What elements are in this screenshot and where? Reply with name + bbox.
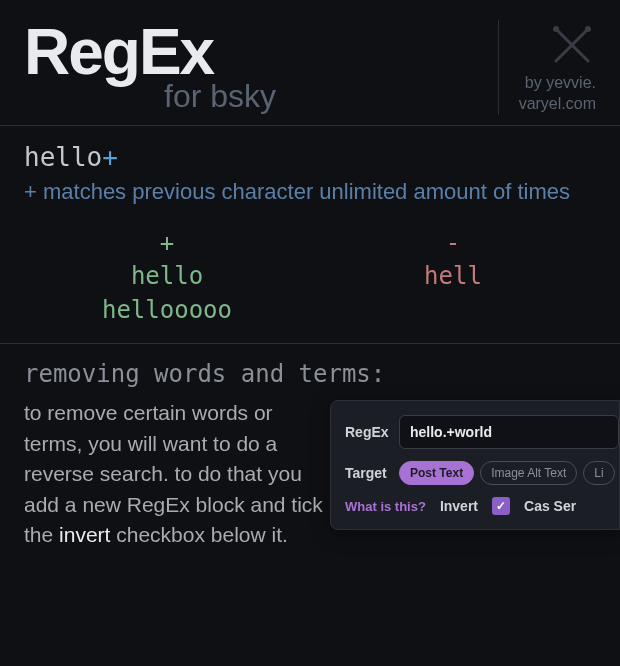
positive-header: +: [24, 227, 310, 261]
target-chips: Post Text Image Alt Text Li: [399, 461, 615, 485]
chip-link[interactable]: Li: [583, 461, 614, 485]
target-label: Target: [345, 465, 389, 481]
positive-example: hello: [24, 260, 310, 294]
explain-symbol: +: [24, 179, 37, 204]
pattern-base: hello: [24, 142, 102, 172]
positive-example: hellooooo: [24, 294, 310, 328]
regex-explanation: + matches previous character unlimited a…: [24, 178, 596, 207]
invert-label: Invert: [440, 498, 478, 514]
panel-bottom-row: What is this? Invert ✓ Cas Ser: [345, 497, 619, 515]
svg-point-2: [553, 26, 559, 32]
regex-pattern: hello+: [24, 142, 596, 172]
negative-header: -: [310, 227, 596, 261]
title-block: RegEx for bsky: [24, 20, 276, 115]
byline-site: varyel.com: [519, 94, 596, 115]
negative-example: hell: [310, 260, 596, 294]
body-part-2: checkbox below it.: [110, 523, 287, 546]
regex-input[interactable]: [399, 415, 619, 449]
byline-author: by yevvie.: [525, 73, 596, 94]
positive-matches: + hello hellooooo: [24, 227, 310, 328]
negative-matches: - hell: [310, 227, 596, 328]
match-columns: + hello hellooooo - hell: [24, 227, 596, 328]
section-title: removing words and terms:: [24, 360, 596, 388]
svg-point-3: [585, 26, 591, 32]
removing-words-section: removing words and terms: to remove cert…: [0, 344, 620, 566]
header: RegEx for bsky by yevvie. varyel.com: [0, 0, 620, 126]
body-emphasis: invert: [59, 523, 110, 546]
what-is-this-link[interactable]: What is this?: [345, 499, 426, 514]
target-row: Target Post Text Image Alt Text Li: [345, 461, 619, 485]
invert-checkbox[interactable]: ✓: [492, 497, 510, 515]
knitting-needles-icon: [548, 21, 596, 69]
chip-post-text[interactable]: Post Text: [399, 461, 474, 485]
case-sensitive-label: Cas Ser: [524, 498, 576, 515]
app-title: RegEx: [24, 20, 276, 84]
regex-demo-section: hello+ + matches previous character unli…: [0, 126, 620, 344]
regex-input-row: RegEx: [345, 415, 619, 449]
section-body: to remove certain words or terms, you wi…: [24, 398, 334, 550]
pattern-plus: +: [102, 142, 118, 172]
chip-image-alt[interactable]: Image Alt Text: [480, 461, 577, 485]
byline-block: by yevvie. varyel.com: [498, 20, 600, 115]
regex-field-label: RegEx: [345, 424, 389, 440]
explain-text: matches previous character unlimited amo…: [37, 179, 570, 204]
app-subtitle: for bsky: [164, 78, 276, 115]
regex-config-panel: RegEx Target Post Text Image Alt Text Li…: [330, 400, 620, 530]
